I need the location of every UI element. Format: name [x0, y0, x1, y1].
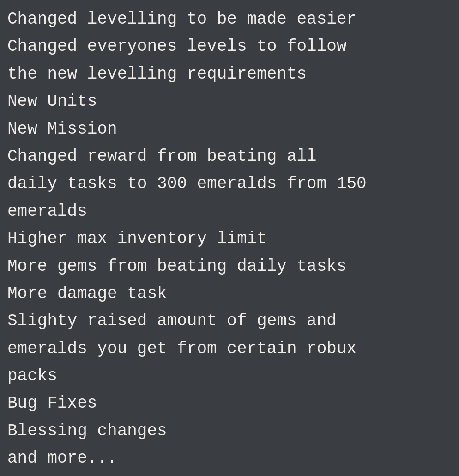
- changelog-text: Changed levelling to be made easier Chan…: [7, 6, 367, 476]
